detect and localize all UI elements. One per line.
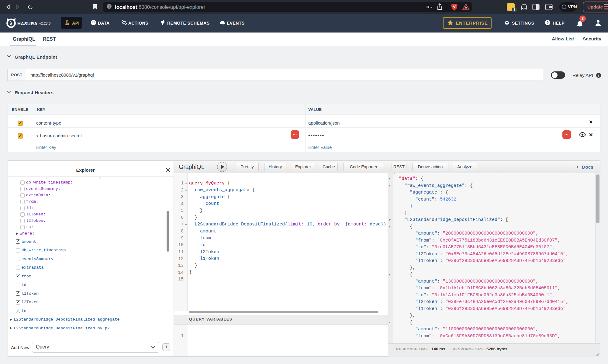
svg-text:λ: λ <box>10 21 12 26</box>
svg-text:?: ? <box>547 21 549 25</box>
